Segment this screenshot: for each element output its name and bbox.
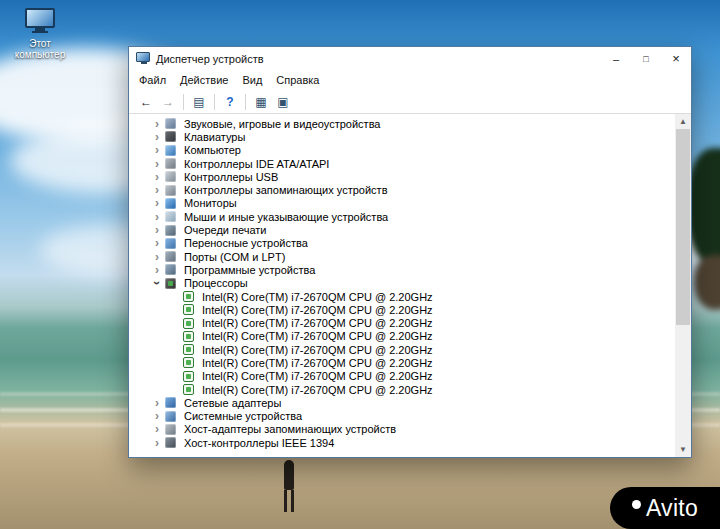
- chevron-collapsed-icon[interactable]: ›: [151, 158, 163, 170]
- tree-item[interactable]: ›Мониторы: [129, 197, 675, 210]
- toolbar: ←→▤?▦▣: [129, 90, 691, 114]
- tree-item[interactable]: ›Очереди печати: [129, 223, 675, 236]
- chevron-collapsed-icon[interactable]: ›: [151, 184, 163, 196]
- cpu-child-icon: [183, 371, 194, 382]
- chevron-collapsed-icon[interactable]: ›: [151, 224, 163, 236]
- watermark-label: Avito: [646, 495, 698, 522]
- scroll-up-icon[interactable]: ▲: [675, 114, 691, 129]
- tree-item-label: Очереди печати: [181, 224, 270, 236]
- tree-item-label: Хост-контроллеры IEEE 1394: [181, 437, 337, 449]
- chevron-collapsed-icon[interactable]: ›: [151, 410, 163, 422]
- tree-item[interactable]: ›Порты (COM и LPT): [129, 250, 675, 263]
- menu-action[interactable]: Действие: [173, 72, 235, 88]
- system-icon: [165, 411, 176, 422]
- chevron-collapsed-icon[interactable]: ›: [151, 264, 163, 276]
- tree-item[interactable]: Intel(R) Core(TM) i7-2670QM CPU @ 2.20GH…: [129, 370, 675, 383]
- chevron-collapsed-icon[interactable]: ›: [151, 197, 163, 209]
- chevron-collapsed-icon[interactable]: ›: [151, 171, 163, 183]
- chevron-collapsed-icon[interactable]: ›: [151, 397, 163, 409]
- tree-item[interactable]: Intel(R) Core(TM) i7-2670QM CPU @ 2.20GH…: [129, 330, 675, 343]
- avito-watermark: Avito: [610, 487, 720, 529]
- cpu-child-icon: [183, 318, 194, 329]
- tree-item-label: Порты (COM и LPT): [181, 251, 288, 263]
- window-title: Диспетчер устройств: [156, 53, 264, 65]
- keyboard-icon: [165, 131, 176, 142]
- menu-help[interactable]: Справка: [269, 72, 326, 88]
- tree-item-label: Intel(R) Core(TM) i7-2670QM CPU @ 2.20GH…: [199, 330, 436, 342]
- desktop-icon-this-pc[interactable]: Этот компьютер: [6, 8, 74, 60]
- forward-button[interactable]: →: [158, 92, 178, 112]
- tree-item[interactable]: ›Контроллеры запоминающих устройств: [129, 183, 675, 196]
- tree-item[interactable]: Intel(R) Core(TM) i7-2670QM CPU @ 2.20GH…: [129, 343, 675, 356]
- help-button[interactable]: ?: [220, 92, 240, 112]
- tree-item-label: Intel(R) Core(TM) i7-2670QM CPU @ 2.20GH…: [199, 291, 436, 303]
- tree-item[interactable]: ›Процессоры: [129, 277, 675, 290]
- tree-item-label: Клавиатуры: [181, 131, 248, 143]
- scroll-down-icon[interactable]: ▼: [675, 442, 691, 457]
- tree-item[interactable]: ›Компьютер: [129, 144, 675, 157]
- tree-item-label: Процессоры: [181, 277, 251, 289]
- ide-icon: [165, 158, 176, 169]
- printer-icon: [165, 225, 176, 236]
- chevron-collapsed-icon[interactable]: ›: [151, 423, 163, 435]
- menu-view[interactable]: Вид: [235, 72, 269, 88]
- tree-item[interactable]: ›Сетевые адаптеры: [129, 396, 675, 409]
- cpu-child-icon: [183, 357, 194, 368]
- scrollbar-thumb[interactable]: [676, 129, 690, 325]
- tree-item[interactable]: ›Клавиатуры: [129, 130, 675, 143]
- back-button[interactable]: ←: [136, 92, 156, 112]
- tree-item-label: Intel(R) Core(TM) i7-2670QM CPU @ 2.20GH…: [199, 384, 436, 396]
- software-icon: [165, 264, 176, 275]
- tree-item[interactable]: Intel(R) Core(TM) i7-2670QM CPU @ 2.20GH…: [129, 356, 675, 369]
- tree-item[interactable]: ›Контроллеры IDE ATA/ATAPI: [129, 157, 675, 170]
- menu-file[interactable]: Файл: [132, 72, 173, 88]
- chevron-collapsed-icon[interactable]: ›: [151, 251, 163, 263]
- tree-item-label: Мониторы: [181, 197, 240, 209]
- toolbar-separator: [183, 94, 184, 110]
- chevron-collapsed-icon[interactable]: ›: [151, 144, 163, 156]
- close-button[interactable]: ×: [661, 47, 691, 70]
- tree-item-label: Контроллеры IDE ATA/ATAPI: [181, 158, 332, 170]
- tree-item[interactable]: Intel(R) Core(TM) i7-2670QM CPU @ 2.20GH…: [129, 383, 675, 396]
- computer-icon: [165, 145, 176, 156]
- tree-item[interactable]: ›Переносные устройства: [129, 237, 675, 250]
- tree-item[interactable]: Intel(R) Core(TM) i7-2670QM CPU @ 2.20GH…: [129, 316, 675, 329]
- window-controls: – □ ×: [601, 47, 691, 70]
- cpu-icon: [165, 278, 176, 289]
- monitor-icon: [165, 198, 176, 209]
- tree-item-label: Системные устройства: [181, 410, 305, 422]
- title-bar[interactable]: Диспетчер устройств – □ ×: [129, 47, 691, 70]
- tree-item[interactable]: Intel(R) Core(TM) i7-2670QM CPU @ 2.20GH…: [129, 303, 675, 316]
- tree-item[interactable]: ›Хост-контроллеры IEEE 1394: [129, 436, 675, 449]
- chevron-expanded-icon[interactable]: ›: [151, 277, 163, 289]
- properties-button[interactable]: ▦: [251, 92, 271, 112]
- chevron-collapsed-icon[interactable]: ›: [151, 118, 163, 130]
- tree-item[interactable]: ›Мыши и иные указывающие устройства: [129, 210, 675, 223]
- show-console-tree-button[interactable]: ▤: [189, 92, 209, 112]
- maximize-button[interactable]: □: [631, 47, 661, 70]
- tree-item[interactable]: ›Хост-адаптеры запоминающих устройств: [129, 423, 675, 436]
- chevron-collapsed-icon[interactable]: ›: [151, 237, 163, 249]
- ports-icon: [165, 251, 176, 262]
- usb-icon: [165, 171, 176, 182]
- cpu-child-icon: [183, 384, 194, 395]
- storage-icon: [165, 185, 176, 196]
- cpu-child-icon: [183, 304, 194, 315]
- tree-item[interactable]: Intel(R) Core(TM) i7-2670QM CPU @ 2.20GH…: [129, 290, 675, 303]
- tree-item[interactable]: ›Системные устройства: [129, 410, 675, 423]
- device-manager-icon: [136, 52, 151, 65]
- scan-hardware-button[interactable]: ▣: [273, 92, 293, 112]
- toolbar-separator: [214, 94, 215, 110]
- device-tree: ›Звуковые, игровые и видеоустройства›Кла…: [129, 114, 675, 457]
- minimize-button[interactable]: –: [601, 47, 631, 70]
- chevron-collapsed-icon[interactable]: ›: [151, 131, 163, 143]
- tree-item[interactable]: ›Контроллеры USB: [129, 170, 675, 183]
- chevron-collapsed-icon[interactable]: ›: [151, 437, 163, 449]
- tree-item[interactable]: ›Программные устройства: [129, 263, 675, 276]
- chevron-collapsed-icon[interactable]: ›: [151, 211, 163, 223]
- tree-item-label: Intel(R) Core(TM) i7-2670QM CPU @ 2.20GH…: [199, 304, 436, 316]
- ieee1394-icon: [165, 437, 176, 448]
- tree-item[interactable]: ›Звуковые, игровые и видеоустройства: [129, 117, 675, 130]
- tree-item-label: Звуковые, игровые и видеоустройства: [181, 118, 384, 130]
- vertical-scrollbar[interactable]: ▲ ▼: [675, 114, 691, 457]
